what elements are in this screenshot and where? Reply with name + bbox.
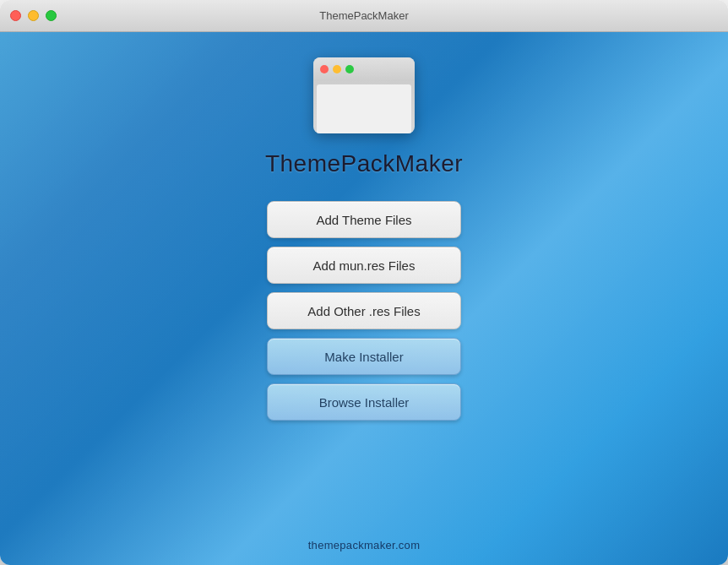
- app-title: ThemePackMaker: [265, 150, 463, 177]
- window-title: ThemePackMaker: [319, 9, 408, 22]
- add-mun-res-button[interactable]: Add mun.res Files: [267, 247, 461, 284]
- buttons-container: Add Theme Files Add mun.res Files Add Ot…: [0, 201, 728, 421]
- icon-titlebar: [313, 57, 415, 81]
- app-icon: [313, 57, 415, 133]
- maximize-button[interactable]: [46, 10, 57, 21]
- add-other-res-button[interactable]: Add Other .res Files: [267, 292, 461, 329]
- minimize-button[interactable]: [28, 10, 39, 21]
- app-window: ThemePackMaker ThemePackMaker Add Theme …: [0, 0, 728, 565]
- title-bar: ThemePackMaker: [0, 0, 728, 32]
- icon-body: [317, 84, 411, 133]
- icon-max-dot: [345, 65, 354, 73]
- make-installer-button[interactable]: Make Installer: [267, 338, 461, 375]
- traffic-lights: [10, 10, 57, 21]
- footer-url: themepackmaker.com: [0, 539, 728, 551]
- icon-min-dot: [333, 65, 341, 73]
- browse-installer-button[interactable]: Browse Installer: [267, 383, 461, 421]
- add-theme-files-button[interactable]: Add Theme Files: [267, 201, 461, 238]
- main-content: ThemePackMaker Add Theme Files Add mun.r…: [0, 32, 728, 565]
- icon-close-dot: [320, 65, 329, 73]
- close-button[interactable]: [10, 10, 21, 21]
